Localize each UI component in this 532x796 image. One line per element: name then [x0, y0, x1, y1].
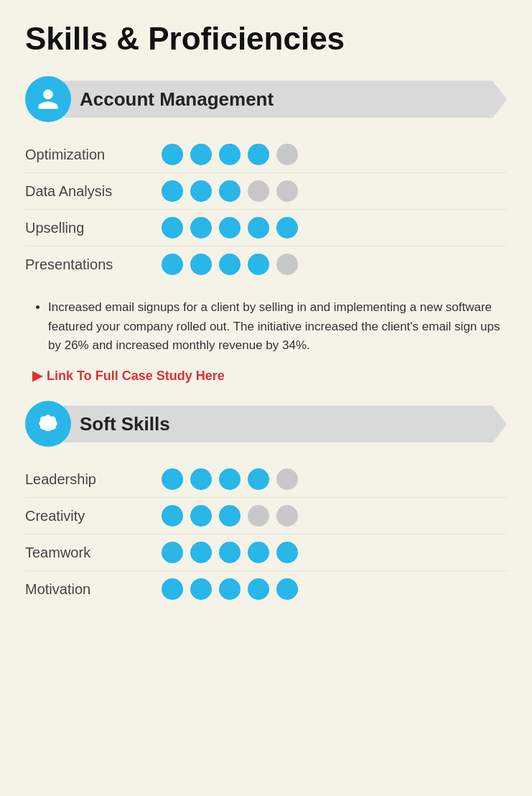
filled-dot: [219, 180, 241, 202]
filled-dot: [190, 254, 212, 275]
skill-rows-account-management: OptimizationData AnalysisUpsellingPresen…: [25, 136, 507, 282]
person-icon: [25, 76, 71, 122]
skill-name: Creativity: [25, 508, 154, 524]
section-label-banner-soft-skills: Soft Skills: [64, 405, 507, 443]
filled-dot: [248, 217, 269, 239]
filled-dot: [162, 505, 183, 527]
skill-name: Data Analysis: [25, 183, 154, 200]
filled-dot: [162, 254, 183, 275]
filled-dot: [190, 144, 212, 165]
filled-dot: [162, 578, 183, 600]
skill-rows-soft-skills: LeadershipCreativityTeamworkMotivation: [25, 461, 507, 607]
dot-group: [162, 180, 298, 202]
filled-dot: [219, 217, 241, 239]
filled-dot: [162, 542, 183, 563]
skill-row: Motivation: [25, 571, 507, 607]
section-account-management: Account ManagementOptimizationData Analy…: [25, 76, 507, 384]
filled-dot: [190, 505, 212, 527]
filled-dot: [276, 217, 298, 239]
filled-dot: [248, 144, 269, 165]
filled-dot: [162, 180, 183, 202]
empty-dot: [276, 468, 298, 490]
filled-dot: [219, 505, 241, 527]
filled-dot: [190, 578, 212, 600]
filled-dot: [276, 542, 298, 563]
filled-dot: [219, 542, 241, 563]
filled-dot: [219, 578, 241, 600]
dot-group: [162, 578, 298, 600]
skill-name: Motivation: [25, 581, 154, 598]
dot-group: [162, 144, 298, 165]
page-title: Skills & Proficiencies: [25, 22, 507, 56]
case-study-link[interactable]: Link To Full Case Study Here: [47, 369, 225, 384]
filled-dot: [248, 468, 269, 490]
skill-row: Presentations: [25, 246, 507, 282]
skill-row: Data Analysis: [25, 173, 507, 210]
skill-row: Teamwork: [25, 534, 507, 571]
skill-name: Leadership: [25, 471, 154, 488]
section-soft-skills: Soft SkillsLeadershipCreativityTeamworkM…: [25, 401, 507, 607]
section-label: Account Management: [80, 88, 274, 111]
bullet-section: Increased email signups for a client by …: [32, 298, 507, 355]
filled-dot: [190, 180, 212, 202]
case-study-link-section[interactable]: ▶Link To Full Case Study Here: [32, 368, 507, 384]
filled-dot: [276, 578, 298, 600]
bullet-item: Increased email signups for a client by …: [48, 298, 507, 355]
filled-dot: [190, 217, 212, 239]
filled-dot: [190, 468, 212, 490]
arrow-right-icon: ▶: [32, 368, 42, 384]
filled-dot: [162, 468, 183, 490]
filled-dot: [248, 254, 269, 275]
section-header-account-management: Account Management: [25, 76, 507, 122]
dot-group: [162, 468, 298, 490]
skill-name: Optimization: [25, 147, 154, 163]
filled-dot: [219, 468, 241, 490]
skill-row: Optimization: [25, 136, 507, 173]
dot-group: [162, 217, 298, 239]
skill-row: Upselling: [25, 210, 507, 246]
filled-dot: [248, 578, 269, 600]
dot-group: [162, 505, 298, 527]
empty-dot: [248, 505, 269, 527]
filled-dot: [248, 542, 269, 563]
empty-dot: [276, 180, 298, 202]
skill-name: Upselling: [25, 220, 154, 236]
section-label-banner-account-management: Account Management: [64, 80, 507, 118]
skill-row: Creativity: [25, 498, 507, 534]
empty-dot: [276, 144, 298, 165]
filled-dot: [162, 144, 183, 165]
filled-dot: [219, 144, 241, 165]
empty-dot: [276, 254, 298, 275]
skill-name: Presentations: [25, 256, 154, 273]
section-header-soft-skills: Soft Skills: [25, 401, 507, 447]
filled-dot: [219, 254, 241, 275]
skill-row: Leadership: [25, 461, 507, 498]
filled-dot: [162, 217, 183, 239]
section-label: Soft Skills: [80, 413, 170, 435]
empty-dot: [276, 505, 298, 527]
skill-name: Teamwork: [25, 545, 154, 561]
brain-icon: [25, 401, 71, 447]
dot-group: [162, 254, 298, 275]
filled-dot: [190, 542, 212, 563]
dot-group: [162, 542, 298, 563]
empty-dot: [248, 180, 269, 202]
